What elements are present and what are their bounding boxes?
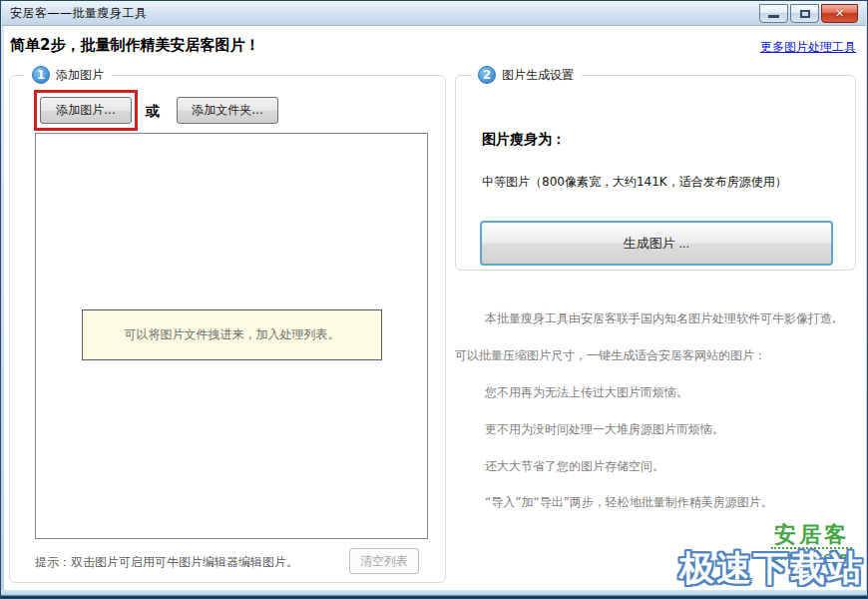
download-site-watermark: 极速下载站 [679,545,864,592]
info-paragraph: 您不用再为无法上传过大图片而烦恼。 [485,384,688,401]
client-area: 简单2步，批量制作精美安居客图片！ 更多图片处理工具 1 添加图片 添加图片..… [4,26,866,592]
image-list[interactable]: 可以将图片文件拽进来，加入处理列表。 [35,133,428,539]
step2-group-label: 2 图片生成设置 [470,66,582,84]
step1-group-label: 1 添加图片 [24,66,112,84]
step1-label: 添加图片 [56,67,104,84]
info-paragraph: “导入”加“导出”两步，轻松地批量制作精美房源图片。 [485,494,773,511]
window-controls: ✕ [759,4,858,23]
or-text: 或 [146,103,160,121]
more-tools-link[interactable]: 更多图片处理工具 [760,39,856,56]
window-title: 安居客——批量瘦身工具 [2,5,148,22]
minimize-icon [768,15,779,18]
maximize-button[interactable] [790,4,819,23]
add-images-button[interactable]: 添加图片... [40,97,132,124]
page-title: 简单2步，批量制作精美安居客图片！ [10,36,259,55]
generate-settings-group: 2 图片生成设置 图片瘦身为： 中等图片（800像素宽，大约141K，适合发布房… [455,75,856,271]
step2-number-icon: 2 [478,66,496,84]
size-option-text: 中等图片（800像素宽，大约141K，适合发布房源使用） [482,174,787,191]
close-icon: ✕ [835,8,844,19]
add-folder-button[interactable]: 添加文件夹... [177,97,278,124]
clear-list-button[interactable]: 清空列表 [349,548,419,574]
info-paragraph: 更不用为没时间处理一大堆房源图片而烦恼。 [485,421,724,438]
close-button[interactable]: ✕ [821,4,858,23]
tip-text: 提示：双击图片可启用可牛图片编辑器编辑图片。 [35,554,298,571]
step1-number-icon: 1 [32,66,50,84]
title-bar[interactable]: 安居客——批量瘦身工具 ✕ [2,1,866,26]
maximize-icon [800,10,810,18]
info-paragraph: 本批量瘦身工具由安居客联手国内知名图片处理软件可牛影像打造, [455,310,836,327]
anjuke-logo-text: 安居客 [771,523,852,547]
generate-images-button[interactable]: 生成图片 ... [480,221,833,266]
info-paragraph: 可以批量压缩图片尺寸，一键生成适合安居客网站的图片： [455,347,766,364]
step2-label: 图片生成设置 [502,67,574,84]
minimize-button[interactable] [759,4,788,23]
add-images-group: 1 添加图片 添加图片... 或 添加文件夹... 可以将图片文件拽进来，加入处… [9,75,446,583]
drop-hint-box: 可以将图片文件拽进来，加入处理列表。 [82,309,382,360]
app-window: 安居客——批量瘦身工具 ✕ 简单2步，批量制作精美安居客图片！ 更多图片处理工具… [0,0,868,599]
info-paragraph: 还大大节省了您的图片存储空间。 [485,458,664,475]
resize-to-label: 图片瘦身为： [482,131,566,149]
